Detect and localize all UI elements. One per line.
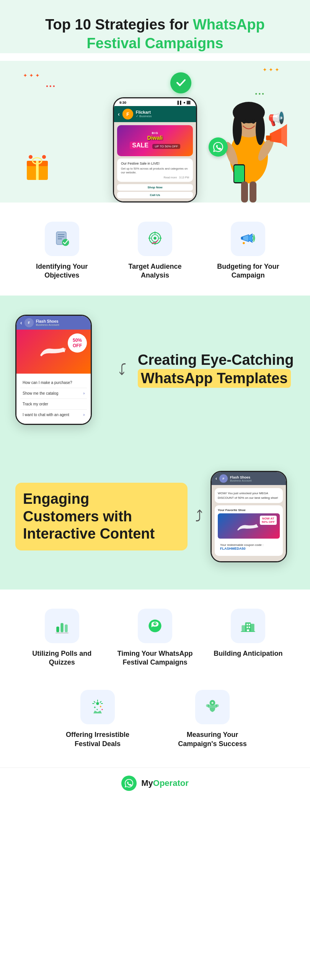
- discount-badge: 50%OFF: [68, 333, 87, 353]
- phone-status-bar: 9:30 ▌▌ ● ⬛: [114, 98, 196, 106]
- svg-rect-21: [234, 165, 244, 182]
- strategy-icons-row1: Identifying Your Objectives Target Audie…: [0, 203, 310, 296]
- check-circle: [170, 72, 191, 93]
- sale-chat-bubble: Our Festive Sale in LIVE! Get up to 50% …: [117, 158, 193, 182]
- footer: MyOperator: [0, 768, 310, 806]
- svg-point-67: [206, 704, 209, 707]
- svg-rect-23: [250, 181, 256, 203]
- coupon-section: Your redeemable coupon code : FLASHMEDA5…: [218, 541, 280, 553]
- svg-rect-49: [247, 624, 248, 625]
- discount-brand: Flash Shoes Business Account: [230, 475, 251, 482]
- highlight-text: WhatsApp Templates: [138, 369, 291, 388]
- eye-catching-text: Creating Eye-Catching WhatsApp Templates: [138, 351, 295, 388]
- flash-brand: Flash Shoes Business Account: [36, 319, 59, 326]
- svg-point-14: [251, 119, 255, 124]
- svg-point-31: [153, 237, 156, 239]
- discount-phone-container: ‹ F Flash Shoes Business Account WOW! Yo…: [210, 471, 295, 562]
- icon-item-measuring: ★ Measuring Your Campaign's Success: [174, 690, 251, 748]
- svg-rect-50: [249, 624, 250, 625]
- icon-item-timing: Timing Your WhatsApp Festival Campaigns: [117, 609, 193, 667]
- svg-text:F: F: [126, 112, 129, 117]
- chat-header: ‹ F Flickart ✓ Business: [114, 106, 196, 122]
- svg-rect-18: [266, 136, 271, 140]
- flash-product-banner: 50%OFF: [16, 330, 91, 374]
- strategy-icons-row2: Utilizing Polls and Quizzes Timing Your …: [0, 590, 310, 683]
- measuring-label: Measuring Your Campaign's Success: [174, 730, 251, 748]
- svg-line-57: [100, 702, 101, 703]
- menu-item-4[interactable]: I want to chat with an agent ›: [20, 410, 87, 420]
- svg-point-37: [243, 242, 245, 244]
- diwali-banner: BIG Diwali SALE UP TO 50% OFF: [117, 125, 193, 156]
- svg-marker-17: [270, 128, 281, 143]
- flash-header: ‹ F Flash Shoes Business Account: [16, 316, 91, 330]
- footer-brand-my: My: [141, 778, 153, 788]
- interactive-heading: Engaging Customers with Interactive Cont…: [15, 483, 188, 550]
- target-label: Target Audience Analysis: [117, 262, 193, 280]
- gift-decoration: [23, 153, 52, 183]
- svg-rect-53: [247, 629, 250, 632]
- objectives-label: Identifying Your Objectives: [24, 262, 100, 280]
- anticipation-icon-box: [231, 609, 265, 643]
- target-icon-box: [138, 222, 172, 256]
- arrow-icon: ›: [83, 391, 85, 395]
- menu-item-1[interactable]: How can I make a purchase?: [20, 377, 87, 388]
- svg-rect-52: [249, 626, 250, 628]
- icon-item-objectives: Identifying Your Objectives: [24, 222, 100, 280]
- svg-text:✦: ✦: [101, 708, 103, 712]
- svg-point-11: [233, 114, 242, 145]
- discount-body: WOW! You just unlocked your MEGA DISCOUN…: [212, 485, 286, 561]
- timing-label: Timing Your WhatsApp Festival Campaigns: [117, 649, 193, 667]
- objectives-icon-box: [45, 222, 79, 256]
- icon-item-budgeting: Budgeting for Your Campaign: [210, 222, 286, 280]
- back-icon3: ‹: [215, 476, 217, 481]
- now-at-badge: NOW AT 50% OFF: [260, 516, 277, 525]
- polls-label: Utilizing Polls and Quizzes: [24, 649, 100, 667]
- back-icon2: ‹: [20, 320, 22, 326]
- status-time: 9:30: [119, 101, 126, 105]
- confetti-dots: ● ● ●: [46, 84, 55, 88]
- strategy-icons-row3: ✦ ✦ ✦ ✦ Offering Irresistible Festival D…: [0, 682, 310, 768]
- svg-line-58: [94, 702, 95, 703]
- icon-item-deals: ✦ ✦ ✦ ✦ Offering Irresistible Festival D…: [59, 690, 136, 748]
- svg-point-68: [216, 704, 219, 707]
- eye-catching-section: ‹ F Flash Shoes Business Account 50%OFF: [0, 296, 310, 444]
- megaphone-float: 📢: [268, 111, 285, 127]
- menu-item-3[interactable]: Track my order: [20, 399, 87, 410]
- svg-point-55: [96, 702, 99, 705]
- measuring-icon-box: ★: [195, 690, 230, 724]
- footer-brand-name: MyOperator: [141, 778, 188, 788]
- interactive-text: Engaging Customers with Interactive Cont…: [15, 483, 188, 550]
- phone-mockup-hero: 9:30 ▌▌ ● ⬛ ‹ F Flickart ✓ Business BIG …: [113, 97, 197, 203]
- svg-rect-38: [56, 626, 59, 632]
- svg-point-4: [29, 155, 33, 159]
- discount-phone: ‹ F Flash Shoes Business Account WOW! Yo…: [210, 471, 287, 562]
- flash-shoes-phone: ‹ F Flash Shoes Business Account 50%OFF: [15, 315, 92, 425]
- whatsapp-float-icon: [209, 137, 228, 157]
- dashed-arrow-left: ⤴: [195, 508, 203, 525]
- anticipation-label: Building Anticipation: [214, 649, 282, 658]
- menu-item-2[interactable]: Show me the catalog ›: [20, 388, 87, 399]
- call-us-btn[interactable]: Call Us: [117, 192, 193, 198]
- discount-message-bubble: WOW! You just unlocked your MEGA DISCOUN…: [215, 488, 283, 503]
- svg-rect-36: [241, 237, 243, 239]
- svg-point-13: [242, 119, 246, 124]
- budget-icon-box: [231, 222, 265, 256]
- confetti-left: ✦ ✦ ✦: [23, 72, 40, 78]
- flash-phone-container: ‹ F Flash Shoes Business Account 50%OFF: [15, 315, 107, 425]
- hero-section: ✦ ✦ ✦ ✦ ✦ ✦ ● ● ● ● ● ● 9:30 ▌▌ ● ⬛ ‹ F: [0, 61, 310, 203]
- deals-icon-box: ✦ ✦ ✦ ✦: [80, 690, 115, 724]
- svg-marker-19: [281, 124, 287, 147]
- shoe-banner: NOW AT 50% OFF: [218, 513, 280, 539]
- chat-avatar: F: [122, 109, 133, 119]
- polls-icon-box: [45, 609, 79, 643]
- shop-now-btn[interactable]: Shop Now: [117, 184, 193, 191]
- budget-label: Budgeting for Your Campaign: [210, 262, 286, 280]
- svg-rect-39: [60, 623, 63, 632]
- page-title: Top 10 Strategies for WhatsAppFestival C…: [23, 15, 287, 53]
- discount-header: ‹ F Flash Shoes Business Account: [212, 472, 286, 485]
- footer-brand-operator: Operator: [153, 778, 189, 788]
- chat-brand-name: Flickart ✓ Business: [136, 110, 152, 118]
- product-card-bubble: Your Favorite Shoe NOW AT 50% OFF Your: [215, 505, 283, 556]
- confetti-right: ✦ ✦ ✦: [263, 67, 279, 73]
- svg-rect-47: [242, 625, 246, 632]
